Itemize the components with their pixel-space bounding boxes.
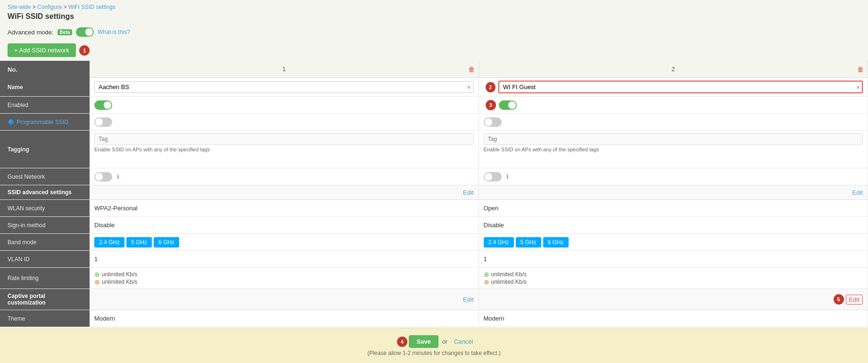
breadcrumb-site-wide[interactable]: Site-wide: [8, 4, 31, 10]
rate-limiting-row: Rate limiting ⊕ unlimited Kb/s ⊕ unlimit…: [0, 268, 868, 289]
col-1-header: 1 🗑: [90, 61, 479, 78]
wlan-security-cell-1: WPA2-Personal: [90, 200, 479, 216]
captive-edit-cells: Edit 5 Edit: [90, 289, 868, 310]
rate-up-icon-1: ⊕: [94, 278, 100, 286]
name-input-2[interactable]: [498, 81, 863, 93]
edit-captive-2-link[interactable]: Edit: [846, 295, 863, 305]
programmable-toggle-2[interactable]: [484, 117, 502, 127]
ssid-advanced-header-row: SSID advanced settings Edit Edit: [0, 185, 868, 200]
tag-input-1[interactable]: [94, 133, 474, 145]
name-cell-1: ×: [90, 78, 479, 96]
name-input-1[interactable]: [94, 81, 474, 93]
rate-limiting-cells: ⊕ unlimited Kb/s ⊕ unlimited Kb/s ⊕ unli…: [90, 268, 868, 289]
captive-edit-cell-1: Edit: [90, 289, 479, 310]
vlan-id-value-1: 1: [94, 256, 98, 263]
wlan-security-value-2: Open: [484, 205, 499, 212]
theme-cell-1: Modern: [90, 310, 479, 327]
step-2-badge: 2: [486, 82, 496, 92]
programmable-cell-2: [479, 114, 868, 130]
content-area: No. 1 🗑 2 🗑 Name: [0, 61, 868, 327]
add-ssid-button[interactable]: + Add SSID network: [8, 43, 76, 57]
guest-network-cells: ℹ ℹ: [90, 168, 868, 185]
theme-value-2: Modern: [484, 315, 504, 322]
rate-up-2: ⊕ unlimited Kb/s: [484, 278, 527, 286]
sign-in-cells: Disable Disable: [90, 217, 868, 233]
sign-in-row: Sign-in method Disable Disable: [0, 217, 868, 234]
col-2-header: 2 🗑: [479, 61, 868, 78]
clear-name-2-button[interactable]: ×: [856, 83, 860, 91]
sign-in-cell-2: Disable: [479, 217, 868, 233]
delete-col-1-button[interactable]: 🗑: [468, 66, 475, 73]
programmable-ssid-row: 🔷Programmable SSID: [0, 114, 868, 131]
guest-network-cell-1: ℹ: [90, 168, 479, 185]
programmable-cells: [90, 114, 868, 130]
programmable-ssid-label: 🔷Programmable SSID: [0, 114, 90, 130]
step-5-badge: 5: [834, 294, 844, 305]
sign-in-label: Sign-in method: [0, 217, 90, 233]
footer-bar: 4 Save or Cancel (Please allow 1-2 minut…: [0, 328, 868, 363]
rate-down-1: ⊕ unlimited Kb/s: [94, 271, 137, 278]
rate-down-icon-2: ⊕: [484, 271, 489, 278]
enabled-toggle-1[interactable]: [94, 100, 112, 110]
band-mode-cell-1: 2.4 GHz 5 GHz 6 GHz: [90, 234, 479, 250]
clear-name-1-button[interactable]: ×: [467, 83, 471, 91]
delete-col-2-button[interactable]: 🗑: [857, 66, 864, 73]
what-is-this-link[interactable]: What is this?: [98, 29, 130, 35]
save-button[interactable]: Save: [409, 335, 438, 348]
footer-note: (Please allow 1-2 minutes for changes to…: [7, 350, 861, 356]
edit-ssid-1-link[interactable]: Edit: [463, 189, 473, 196]
edit-ssid-2-link[interactable]: Edit: [852, 189, 863, 196]
tagging-label: Tagging: [0, 131, 90, 168]
breadcrumb-configure[interactable]: Configure: [37, 4, 62, 10]
advanced-mode-bar: Advanced mode: Beta What is this?: [0, 25, 868, 40]
captive-edit-cell-2: 5 Edit: [479, 289, 868, 310]
band-5-btn-2[interactable]: 5 GHz: [516, 237, 541, 248]
name-input-wrap-2: ×: [498, 81, 863, 93]
cancel-link[interactable]: Cancel: [454, 338, 473, 345]
band-mode-label: Band mode: [0, 234, 90, 250]
name-cell-2: 2 ×: [479, 78, 868, 96]
band-mode-cells: 2.4 GHz 5 GHz 6 GHz 2.4 GHz 5 GHz 6 GHz: [90, 234, 868, 250]
band-2-4-btn-1[interactable]: 2.4 GHz: [94, 237, 124, 248]
tag-input-2[interactable]: [484, 133, 863, 145]
rate-limiting-cell-1: ⊕ unlimited Kb/s ⊕ unlimited Kb/s: [90, 268, 479, 289]
wlan-security-cell-2: Open: [479, 200, 868, 216]
page-title: WiFi SSID settings: [8, 12, 860, 21]
advanced-mode-toggle[interactable]: [76, 27, 94, 37]
breadcrumb-wifi-ssid[interactable]: WiFi SSID settings: [68, 4, 116, 10]
theme-value-1: Modern: [94, 315, 115, 322]
tagging-cell-2: Enable SSID on APs with any of the speci…: [479, 131, 868, 168]
or-text: or: [442, 338, 447, 345]
main-layout: No. 1 🗑 2 🗑 Name: [0, 61, 868, 327]
no-label: No.: [8, 66, 17, 73]
band-2-4-btn-2[interactable]: 2.4 GHz: [484, 237, 514, 248]
band-6-btn-2[interactable]: 6 GHz: [543, 237, 569, 248]
wlan-security-label: WLAN security: [0, 200, 90, 216]
guest-network-row: Guest Network ℹ ℹ: [0, 168, 868, 185]
rate-limiting-label: Rate limiting: [0, 268, 90, 289]
band-5-btn-1[interactable]: 5 GHz: [126, 237, 152, 248]
col-num-cells: 1 🗑 2 🗑: [90, 61, 868, 78]
programmable-toggle-1[interactable]: [94, 117, 112, 127]
toolbar: + Add SSID network 1: [0, 40, 868, 61]
name-input-wrap-1: ×: [94, 81, 474, 93]
guest-network-label: Guest Network: [0, 168, 90, 185]
band-6-btn-1[interactable]: 6 GHz: [154, 237, 179, 248]
tag-help-1: Enable SSID on APs with any of the speci…: [94, 147, 210, 152]
enabled-toggle-2[interactable]: [499, 100, 517, 110]
rate-down-2: ⊕ unlimited Kb/s: [484, 271, 527, 278]
edit-captive-1-link[interactable]: Edit: [463, 296, 473, 303]
vlan-id-cell-2: 1: [479, 251, 868, 267]
name-row: Name × 2 ×: [0, 78, 868, 97]
band-mode-row: Band mode 2.4 GHz 5 GHz 6 GHz 2.4 GHz 5 …: [0, 234, 868, 251]
vlan-id-cells: 1 1: [90, 251, 868, 267]
enabled-cell-1: [90, 97, 479, 113]
theme-cell-2: Modern: [479, 310, 868, 327]
vlan-id-cell-1: 1: [90, 251, 479, 267]
guest-info-icon-1: ℹ: [117, 173, 119, 180]
guest-toggle-2[interactable]: [484, 172, 502, 182]
footer-actions: 4 Save or Cancel: [7, 335, 861, 348]
guest-toggle-1[interactable]: [94, 172, 112, 182]
ssid-advanced-edit-cells: Edit Edit: [90, 185, 868, 199]
column-number-row: No. 1 🗑 2 🗑: [0, 61, 868, 78]
